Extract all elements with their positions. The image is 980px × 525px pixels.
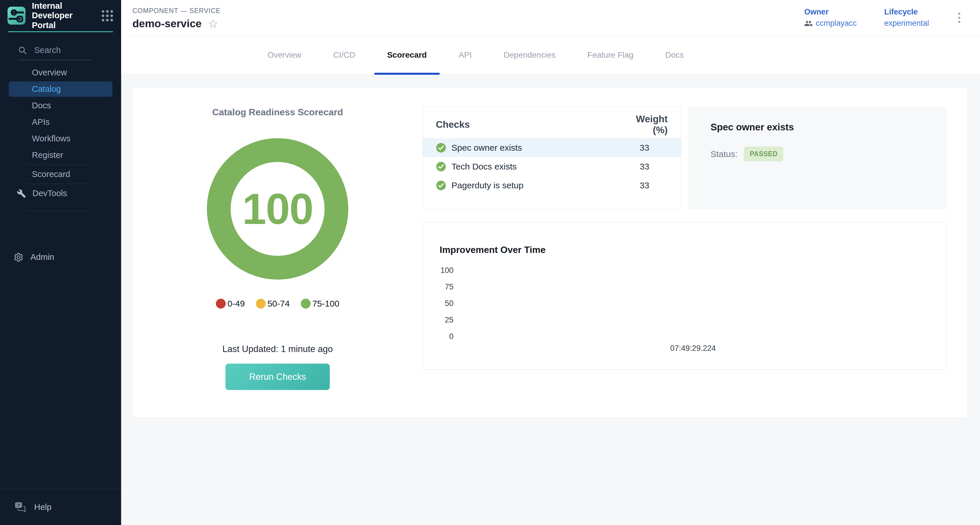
- last-updated-text: Last Updated: 1 minute ago: [223, 344, 333, 354]
- checks-column: Checks Weight (%) Spec owner exists: [423, 87, 967, 417]
- sidebar-item-help[interactable]: ? Help: [0, 489, 121, 525]
- breadcrumb: COMPONENT — SERVICE: [132, 7, 221, 15]
- scorecard-title: Catalog Readiness Scorecard: [212, 107, 343, 118]
- entity-header: COMPONENT — SERVICE demo-service ☆ Owner…: [121, 0, 980, 36]
- app-title: Internal Developer Portal: [32, 1, 95, 30]
- group-icon: [804, 19, 813, 28]
- tab-scorecard[interactable]: Scorecard: [387, 36, 427, 75]
- y-tick: 0: [439, 332, 453, 340]
- legend-item-red: 0-49: [216, 299, 245, 309]
- tab-cicd[interactable]: CI/CD: [333, 36, 355, 75]
- portal-logo-icon: [8, 7, 25, 25]
- y-axis: 100 75 50 25 0: [439, 266, 453, 340]
- check-row-tech-docs[interactable]: Tech Docs exists 33: [423, 157, 681, 176]
- status-badge: PASSED: [744, 146, 783, 161]
- score-gauge: 100: [207, 138, 348, 280]
- y-tick: 75: [439, 283, 453, 291]
- improvement-chart: 100 75 50 25 0 07:49:29.224: [439, 266, 947, 362]
- lifecycle-value: experimental: [884, 19, 929, 28]
- owner-value-link[interactable]: ccmplayacc: [804, 19, 857, 28]
- y-tick: 25: [439, 316, 453, 324]
- improvement-chart-card: Improvement Over Time 100 75 50 25 0 07:…: [423, 222, 947, 370]
- search-icon: [18, 46, 27, 55]
- sidebar-item-apis[interactable]: APIs: [0, 114, 121, 130]
- sidebar-item-catalog[interactable]: Catalog: [9, 81, 113, 97]
- main-area: COMPONENT — SERVICE demo-service ☆ Owner…: [121, 0, 980, 525]
- gear-icon: [14, 252, 24, 262]
- search-placeholder: Search: [34, 46, 61, 55]
- accent-divider: [8, 31, 113, 32]
- sidebar-item-scorecard[interactable]: Scorecard: [0, 166, 121, 183]
- checks-header: Checks: [436, 119, 470, 130]
- nav-divider: [25, 184, 92, 184]
- search-input[interactable]: Search: [18, 46, 92, 60]
- more-options-icon[interactable]: [956, 11, 962, 25]
- tab-feature-flag[interactable]: Feature Flag: [587, 36, 633, 75]
- y-tick: 50: [439, 299, 453, 307]
- apps-grid-icon[interactable]: [102, 10, 113, 21]
- sidebar-nav: Overview Catalog Docs APIs Workflows Reg…: [0, 64, 121, 202]
- x-tick: 07:49:29.224: [670, 344, 716, 353]
- page-title: demo-service: [132, 18, 202, 30]
- sidebar-item-docs[interactable]: Docs: [0, 97, 121, 114]
- score-legend: 0-49 50-74 75-100: [216, 299, 339, 309]
- help-chat-icon: ?: [14, 502, 26, 512]
- weight-header: Weight (%): [621, 114, 668, 135]
- sidebar-item-register[interactable]: Register: [0, 147, 121, 164]
- check-circle-icon: [436, 143, 446, 153]
- legend-item-green: 75-100: [301, 299, 339, 309]
- scorecard-card: Catalog Readiness Scorecard 100 0-49 50-…: [132, 87, 967, 417]
- favorite-star-icon[interactable]: ☆: [208, 18, 218, 30]
- sidebar: Internal Developer Portal Search Overvie…: [0, 0, 121, 525]
- checks-table: Checks Weight (%) Spec owner exists: [423, 107, 681, 210]
- check-detail-panel: Spec owner exists Status: PASSED: [689, 107, 947, 210]
- tab-overview[interactable]: Overview: [267, 36, 301, 75]
- tab-api[interactable]: API: [459, 36, 472, 75]
- green-dot-icon: [301, 299, 311, 309]
- sidebar-item-overview[interactable]: Overview: [0, 64, 121, 81]
- yellow-dot-icon: [256, 299, 266, 309]
- app-logo[interactable]: Internal Developer Portal: [0, 0, 121, 31]
- chart-title: Improvement Over Time: [439, 245, 947, 255]
- sidebar-item-admin[interactable]: Admin: [0, 249, 121, 266]
- svg-text:?: ?: [17, 503, 20, 508]
- check-circle-icon: [436, 161, 446, 172]
- gauge-column: Catalog Readiness Scorecard 100 0-49 50-…: [133, 87, 423, 417]
- lifecycle-label: Lifecycle: [884, 8, 929, 16]
- check-row-pagerduty[interactable]: Pagerduty is setup 33: [423, 176, 681, 195]
- rerun-checks-button[interactable]: Rerun Checks: [226, 364, 330, 390]
- sidebar-item-workflows[interactable]: Workflows: [0, 130, 121, 147]
- entity-tabs: Overview CI/CD Scorecard API Dependencie…: [121, 36, 980, 75]
- sidebar-item-devtools[interactable]: DevTools: [0, 185, 121, 202]
- check-detail-title: Spec owner exists: [711, 122, 947, 133]
- owner-label: Owner: [804, 8, 857, 16]
- check-row-spec-owner[interactable]: Spec owner exists 33: [423, 138, 681, 157]
- tab-dependencies[interactable]: Dependencies: [504, 36, 555, 75]
- score-value: 100: [242, 184, 313, 234]
- status-label: Status:: [711, 149, 737, 159]
- y-tick: 100: [439, 266, 453, 274]
- legend-item-yellow: 50-74: [256, 299, 290, 309]
- tab-docs[interactable]: Docs: [665, 36, 684, 75]
- nav-divider: [25, 211, 92, 211]
- red-dot-icon: [216, 299, 226, 309]
- wrench-icon: [17, 189, 26, 198]
- checks-table-header: Checks Weight (%): [423, 107, 681, 138]
- lifecycle-block: Lifecycle experimental: [884, 8, 929, 28]
- scorecard-content: Catalog Readiness Scorecard 100 0-49 50-…: [121, 75, 980, 525]
- owner-block: Owner ccmplayacc: [804, 8, 857, 28]
- check-circle-icon: [436, 180, 446, 191]
